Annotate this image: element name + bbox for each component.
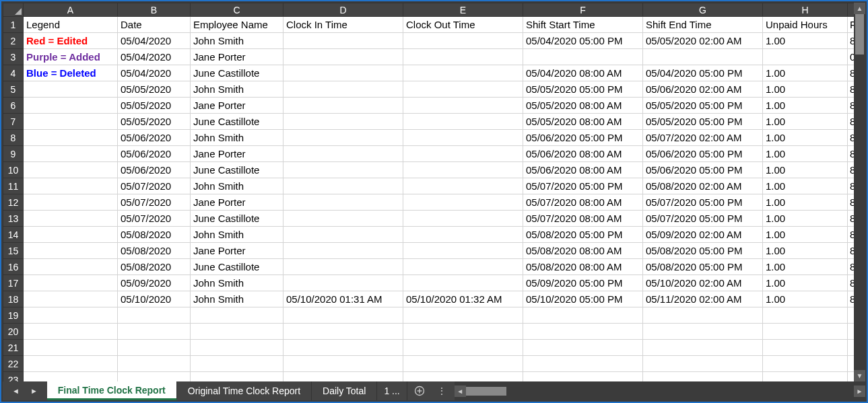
row-header[interactable]: 18 xyxy=(3,291,24,307)
cell-shift-end[interactable]: 05/08/2020 02:00 AM xyxy=(643,178,763,194)
cell[interactable]: Legend xyxy=(24,17,118,33)
cell-employee[interactable]: Jane Porter xyxy=(191,98,283,114)
row-header[interactable]: 12 xyxy=(3,194,24,211)
cell-employee[interactable]: John Smith xyxy=(191,33,283,49)
scroll-left-arrow[interactable]: ◄ xyxy=(455,386,466,397)
cell[interactable] xyxy=(763,356,848,372)
cell-clock-in[interactable] xyxy=(283,98,403,114)
cell-shift-start[interactable]: 05/09/2020 05:00 PM xyxy=(523,275,643,291)
cell-employee[interactable]: June Castillote xyxy=(191,65,283,81)
cell-clock-in[interactable] xyxy=(283,114,403,130)
cell[interactable] xyxy=(191,356,283,372)
cell-date[interactable]: 05/07/2020 xyxy=(118,194,191,211)
cell-date[interactable]: 05/08/2020 xyxy=(118,259,191,275)
cell-legend[interactable] xyxy=(24,98,118,114)
cell-unpaid[interactable]: 1.00 xyxy=(763,243,848,259)
cell-unpaid[interactable]: 1.00 xyxy=(763,211,848,227)
cell[interactable] xyxy=(24,340,118,356)
cell-shift-start[interactable]: 05/10/2020 05:00 PM xyxy=(523,291,643,307)
col-header-B[interactable]: B xyxy=(118,3,191,17)
row-header[interactable]: 14 xyxy=(3,227,24,243)
cell-unpaid[interactable]: 1.00 xyxy=(763,275,848,291)
cell[interactable] xyxy=(403,356,523,372)
hscroll-thumb[interactable] xyxy=(466,387,506,396)
cell-shift-end[interactable]: 05/05/2020 05:00 PM xyxy=(643,114,763,130)
cell-unpaid[interactable]: 1.00 xyxy=(763,81,848,98)
cell-clock-in[interactable] xyxy=(283,130,403,146)
cell-shift-end[interactable]: 05/07/2020 02:00 AM xyxy=(643,130,763,146)
scroll-down-arrow[interactable]: ▼ xyxy=(854,370,865,381)
cell-shift-start[interactable]: 05/06/2020 05:00 PM xyxy=(523,130,643,146)
cell-shift-start[interactable]: 05/08/2020 08:00 AM xyxy=(523,259,643,275)
cell-shift-end[interactable]: 05/05/2020 05:00 PM xyxy=(643,98,763,114)
cell[interactable] xyxy=(403,307,523,324)
cell-employee[interactable]: John Smith xyxy=(191,227,283,243)
row-header[interactable]: 1 xyxy=(3,17,24,33)
vertical-scrollbar[interactable]: ▲ ▼ xyxy=(854,3,865,381)
cell-clock-out[interactable] xyxy=(403,259,523,275)
row-header[interactable]: 15 xyxy=(3,243,24,259)
cell-unpaid[interactable]: 1.00 xyxy=(763,227,848,243)
cell-legend[interactable] xyxy=(24,194,118,211)
cell-unpaid[interactable]: 1.00 xyxy=(763,178,848,194)
cell[interactable] xyxy=(523,340,643,356)
cell[interactable] xyxy=(523,307,643,324)
cell-employee[interactable]: John Smith xyxy=(191,291,283,307)
cell-shift-end[interactable]: 05/10/2020 02:00 AM xyxy=(643,275,763,291)
cell-clock-in[interactable] xyxy=(283,146,403,162)
cell[interactable]: Shift Start Time xyxy=(523,17,643,33)
cell-employee[interactable]: John Smith xyxy=(191,275,283,291)
tab-final-report[interactable]: Final Time Clock Report xyxy=(47,381,177,400)
cell-employee[interactable]: John Smith xyxy=(191,130,283,146)
cell[interactable] xyxy=(283,307,403,324)
cell-shift-start[interactable]: 05/07/2020 08:00 AM xyxy=(523,211,643,227)
cell-employee[interactable]: June Castillote xyxy=(191,162,283,178)
row-header[interactable]: 4 xyxy=(3,65,24,81)
cell[interactable] xyxy=(763,372,848,382)
row-header[interactable]: 13 xyxy=(3,211,24,227)
cell-date[interactable]: 05/04/2020 xyxy=(118,33,191,49)
cell-clock-in[interactable] xyxy=(283,65,403,81)
cell-employee[interactable]: Jane Porter xyxy=(191,194,283,211)
cell-clock-in[interactable] xyxy=(283,81,403,98)
cell-unpaid[interactable]: 1.00 xyxy=(763,65,848,81)
cell-shift-end[interactable]: 05/06/2020 02:00 AM xyxy=(643,81,763,98)
cell-clock-out[interactable] xyxy=(403,227,523,243)
cell[interactable] xyxy=(403,340,523,356)
tab-more[interactable]: 1 ... xyxy=(377,381,407,400)
row-header[interactable]: 3 xyxy=(3,49,24,65)
cell-clock-out[interactable] xyxy=(403,114,523,130)
row-header[interactable]: 23 xyxy=(3,372,24,382)
cell-date[interactable]: 05/06/2020 xyxy=(118,162,191,178)
cell[interactable]: Employee Name xyxy=(191,17,283,33)
cell-shift-start[interactable]: 05/05/2020 05:00 PM xyxy=(523,81,643,98)
cell-shift-end[interactable]: 05/08/2020 05:00 PM xyxy=(643,243,763,259)
cell-shift-start[interactable]: 05/05/2020 08:00 AM xyxy=(523,114,643,130)
row-header[interactable]: 19 xyxy=(3,307,24,324)
row-header[interactable]: 11 xyxy=(3,178,24,194)
cell-clock-out[interactable] xyxy=(403,130,523,146)
row-header[interactable]: 8 xyxy=(3,130,24,146)
cell-clock-in[interactable] xyxy=(283,194,403,211)
cell-legend[interactable] xyxy=(24,243,118,259)
cell[interactable] xyxy=(191,307,283,324)
cell-shift-end[interactable]: 05/05/2020 02:00 AM xyxy=(643,33,763,49)
cell-legend[interactable]: Blue = Deleted xyxy=(24,65,118,81)
cell-legend[interactable] xyxy=(24,146,118,162)
cell-unpaid[interactable]: 1.00 xyxy=(763,146,848,162)
cell-clock-in[interactable]: 05/10/2020 01:31 AM xyxy=(283,291,403,307)
cell[interactable] xyxy=(643,356,763,372)
cell-shift-start[interactable]: 05/05/2020 08:00 AM xyxy=(523,98,643,114)
cell[interactable] xyxy=(403,372,523,382)
cell-unpaid[interactable]: 1.00 xyxy=(763,98,848,114)
cell[interactable] xyxy=(523,356,643,372)
row-header[interactable]: 22 xyxy=(3,356,24,372)
cell-shift-start[interactable]: 05/04/2020 05:00 PM xyxy=(523,33,643,49)
cell-shift-end[interactable]: 05/07/2020 05:00 PM xyxy=(643,211,763,227)
cell-shift-end[interactable]: 05/04/2020 05:00 PM xyxy=(643,65,763,81)
cell-date[interactable]: 05/05/2020 xyxy=(118,81,191,98)
cell[interactable] xyxy=(523,372,643,382)
cell-shift-end[interactable]: 05/06/2020 05:00 PM xyxy=(643,146,763,162)
cell[interactable]: Clock Out Time xyxy=(403,17,523,33)
row-header[interactable]: 5 xyxy=(3,81,24,98)
